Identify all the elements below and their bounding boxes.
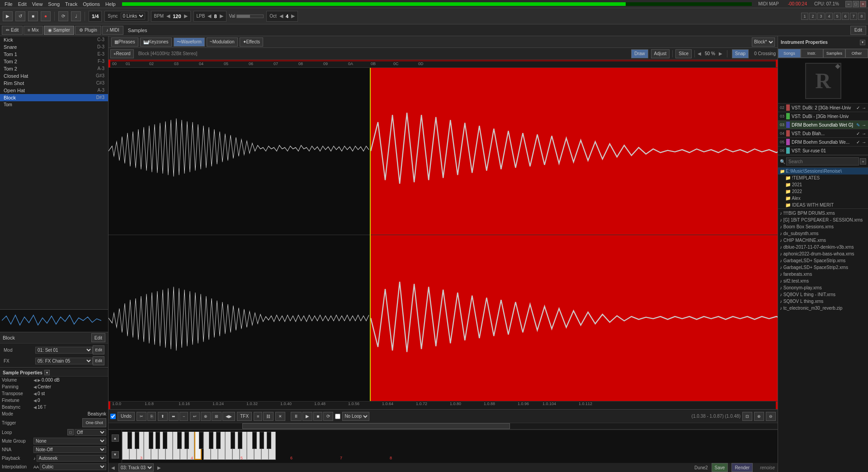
piano-oct-down[interactable]: ▼ <box>112 451 119 458</box>
tab-sampler[interactable]: ◉ Sampler <box>44 26 74 35</box>
bpm-dec[interactable]: ◀ <box>166 13 170 19</box>
edit-samples-button[interactable]: Edit <box>850 26 866 35</box>
arrow-left-icon[interactable]: ◀ <box>111 465 115 470</box>
play-pause-button[interactable]: ⏸ <box>291 412 302 421</box>
transpose-dec[interactable]: ◀ <box>33 392 37 396</box>
finetune-dec[interactable]: ◀ <box>33 398 37 403</box>
stop-button-wf[interactable]: ■ <box>313 412 322 421</box>
result-6[interactable]: ♪ dblue-2017-11-07-denkim-v3b.xrns <box>778 244 868 250</box>
tab-phrases[interactable]: ▦ Phrases <box>111 38 138 47</box>
loop-toggle[interactable]: □ <box>67 429 74 435</box>
render-button[interactable]: Render <box>731 463 753 472</box>
piano-oct-up[interactable]: ▲ <box>112 434 119 442</box>
sample-item-tom2a[interactable]: Tom 2 F-3 <box>0 58 108 65</box>
result-3[interactable]: ♪ Boom Box Sessions.xrns <box>778 223 868 230</box>
block-edit-button[interactable]: Edit <box>91 333 105 342</box>
menu-track[interactable]: Track <box>62 1 80 7</box>
search-input[interactable] <box>786 157 859 165</box>
key-cs4[interactable] <box>177 432 182 449</box>
loop-type-select[interactable]: No Loop <box>342 412 369 421</box>
result-11[interactable]: ♪ sif2.test.xrns <box>778 278 868 284</box>
oct-inc[interactable]: ▶ <box>291 13 295 19</box>
zoom-fit[interactable]: ⊡ <box>742 412 752 421</box>
menu-song[interactable]: Song <box>45 1 62 7</box>
mixer-track-03a[interactable]: 03 VST: DuBi - [3Gb Hiner-Univ <box>778 112 868 121</box>
chain-button[interactable]: ⛓ <box>263 412 274 421</box>
tab-edit[interactable]: ✏ Edit <box>2 26 23 35</box>
minus-button[interactable]: − <box>179 412 188 421</box>
menu-file[interactable]: File <box>2 1 15 7</box>
tab-modulation[interactable]: ~ Modulation <box>207 38 238 47</box>
expand-button[interactable]: ⬌ <box>169 412 179 421</box>
sample-item-block[interactable]: Block D#3 <box>0 94 108 101</box>
mixer-edit-03b[interactable]: ✎ <box>856 123 860 127</box>
tfy-button[interactable]: TFX <box>237 412 252 421</box>
result-15[interactable]: ♪ tc_electronic_m30_reverb.zip <box>778 305 868 312</box>
key-cs5[interactable] <box>231 432 235 449</box>
record-button[interactable]: ● <box>41 11 51 21</box>
arrow-right-icon[interactable]: ▶ <box>157 465 161 470</box>
track-num-3[interactable]: 3 <box>817 13 825 20</box>
tab-keyzones[interactable]: 🎹 Keyzones <box>140 38 172 47</box>
trigger-value[interactable]: One-Shot <box>82 418 106 427</box>
beatsync-t[interactable]: T <box>43 405 46 410</box>
maximize-button[interactable]: □ <box>853 1 859 7</box>
minimize-button[interactable]: − <box>845 1 852 7</box>
sample-item-rimshot[interactable]: Rim Shot C#3 <box>0 80 108 87</box>
mute-group-select[interactable]: None <box>33 438 106 444</box>
time-sig-value[interactable]: 1/4 <box>92 14 99 19</box>
key-ds3[interactable] <box>135 432 139 449</box>
sample-props-expand[interactable]: ▾ <box>44 370 50 375</box>
play-button[interactable]: ▶ <box>3 11 13 21</box>
track-num-4[interactable]: 4 <box>826 13 833 20</box>
sel-button[interactable]: ⊕ <box>201 412 211 421</box>
block-mode-select[interactable]: Block* <box>752 38 775 47</box>
instr-tab-samples[interactable]: Samples <box>823 49 846 58</box>
scroll-thumb[interactable] <box>242 423 510 429</box>
menu-help[interactable]: Help <box>103 1 118 7</box>
sample-item-snare[interactable]: Snare D-3 <box>0 43 108 51</box>
search-close[interactable]: × <box>860 158 866 165</box>
file-2022[interactable]: 📁 2022 <box>783 188 868 195</box>
loop-check[interactable] <box>335 414 340 419</box>
sample-item-openhat[interactable]: Open Hat A-3 <box>0 87 108 94</box>
waveform-display[interactable] <box>108 68 778 401</box>
track-num-1[interactable]: 1 <box>801 13 808 20</box>
mixer-track-06[interactable]: 06 VST: Sur-ruse 01 <box>778 146 868 155</box>
result-4[interactable]: ♪ dx_subsynth.xrns <box>778 230 868 237</box>
stop-button[interactable]: ■ <box>28 11 38 21</box>
volume-dec[interactable]: ◀ <box>33 378 37 382</box>
mixer-track-05[interactable]: 05 DRM Boehm Soundlab We... ✓ → <box>778 138 868 146</box>
track-num-8[interactable]: 8 <box>858 13 865 20</box>
instr-tab-instr[interactable]: Instr. <box>801 49 823 58</box>
metronome-button[interactable]: ♩ <box>71 11 81 21</box>
sample-item-tom1[interactable]: Tom 1 E-3 <box>0 51 108 58</box>
instr-tab-songs[interactable]: Songs <box>778 49 801 58</box>
record-toggle[interactable]: ● Record <box>110 49 134 58</box>
fx-edit-button[interactable]: Edit <box>93 356 104 365</box>
key-as4[interactable] <box>216 432 221 449</box>
oct-dec[interactable]: ◀ <box>279 13 283 19</box>
menu-edit[interactable]: Edit <box>15 1 29 7</box>
undo-button[interactable]: Undo <box>118 412 135 421</box>
volume-inc[interactable]: ▶ <box>38 378 41 382</box>
key-ds4[interactable] <box>184 432 189 449</box>
menu-view[interactable]: View <box>29 1 46 7</box>
playback-select[interactable]: Autoseek <box>37 455 107 462</box>
mixer-track-03b[interactable]: 03 DRM Boehm Soundlab Wet G] ✎ → <box>778 121 868 129</box>
beatsync-dec[interactable]: ◀ <box>33 405 37 410</box>
loop-button[interactable]: ⟳ <box>58 11 68 21</box>
lpb-inc[interactable]: ▶ <box>220 13 223 19</box>
instr-tab-other[interactable]: Other <box>845 49 868 58</box>
cut-button[interactable]: ✂ <box>137 412 146 421</box>
fx-select[interactable]: 05: FX Chain 05 <box>35 358 93 364</box>
lpb-value[interactable]: 8 <box>214 14 217 19</box>
tab-midi[interactable]: ♪ MIDI <box>102 26 123 35</box>
mod-edit-button[interactable]: Edit <box>93 345 104 354</box>
slice-button[interactable]: Slice <box>675 49 692 58</box>
sync-dropdown[interactable]: 0 Links <box>121 13 145 19</box>
track-num-7[interactable]: 7 <box>850 13 857 20</box>
adjust-button[interactable]: Adjust <box>651 49 670 58</box>
fade-button[interactable]: ◀▶ <box>222 412 235 421</box>
zoom-in[interactable]: ⊕ <box>754 412 764 421</box>
